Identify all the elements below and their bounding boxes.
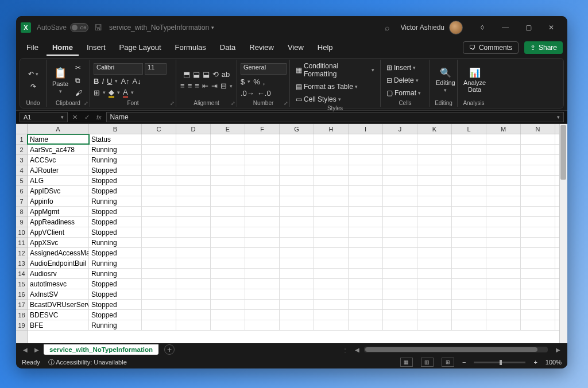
- cell[interactable]: [417, 227, 452, 237]
- cell[interactable]: [245, 227, 280, 237]
- cell[interactable]: [245, 155, 280, 165]
- cell[interactable]: [452, 186, 486, 196]
- comments-button[interactable]: 🗨 Comments: [463, 41, 519, 54]
- cell[interactable]: [176, 196, 211, 206]
- name-box[interactable]: A1 ▾: [20, 112, 68, 122]
- cell[interactable]: [521, 186, 555, 196]
- cell[interactable]: [176, 165, 211, 175]
- cell[interactable]: autotimesvc: [28, 279, 89, 289]
- currency-button[interactable]: $: [241, 77, 245, 86]
- cell[interactable]: [245, 269, 280, 278]
- minimize-icon[interactable]: ―: [494, 19, 517, 36]
- cell[interactable]: [176, 176, 211, 185]
- cell[interactable]: [383, 217, 417, 227]
- cell[interactable]: [486, 155, 521, 165]
- cell[interactable]: [383, 165, 417, 175]
- increase-indent-button[interactable]: ⇥: [211, 82, 218, 90]
- cell[interactable]: [211, 217, 245, 227]
- add-sheet-button[interactable]: +: [164, 344, 175, 355]
- row-header[interactable]: 9: [16, 217, 27, 227]
- cell[interactable]: AJRouter: [28, 165, 89, 175]
- column-header[interactable]: D: [176, 124, 211, 134]
- cell[interactable]: Stopped: [89, 165, 142, 175]
- cell[interactable]: [349, 176, 383, 185]
- cell[interactable]: [142, 176, 176, 185]
- cell[interactable]: Running: [89, 269, 142, 278]
- number-format-combo[interactable]: General: [241, 63, 287, 75]
- merge-button[interactable]: ⊟: [220, 82, 227, 90]
- cell[interactable]: Appinfo: [28, 196, 89, 206]
- row-header[interactable]: 15: [16, 279, 27, 289]
- cell[interactable]: [176, 289, 211, 299]
- cell[interactable]: [142, 258, 176, 268]
- sheet-prev-icon[interactable]: ◀: [21, 347, 30, 353]
- insert-cells-button[interactable]: ⊞ Insert ▾: [384, 63, 418, 73]
- cell[interactable]: [314, 269, 349, 278]
- cell[interactable]: [521, 196, 555, 206]
- cell[interactable]: [521, 248, 555, 258]
- decrease-decimal-button[interactable]: ←.0: [257, 89, 271, 98]
- zoom-slider[interactable]: [474, 362, 525, 363]
- cell[interactable]: [383, 145, 417, 154]
- cell[interactable]: [486, 258, 521, 268]
- cell[interactable]: [383, 207, 417, 216]
- cell[interactable]: [280, 217, 314, 227]
- cell[interactable]: [349, 165, 383, 175]
- cell[interactable]: [452, 289, 486, 299]
- cell[interactable]: [142, 310, 176, 320]
- cell[interactable]: [142, 248, 176, 258]
- row-header[interactable]: 4: [16, 165, 27, 176]
- cell[interactable]: [314, 155, 349, 165]
- cell[interactable]: [417, 217, 452, 227]
- cell[interactable]: [176, 248, 211, 258]
- comma-button[interactable]: ,: [263, 77, 265, 86]
- cell[interactable]: [280, 238, 314, 247]
- cell[interactable]: [349, 258, 383, 268]
- cell[interactable]: [176, 258, 211, 268]
- cell[interactable]: [142, 186, 176, 196]
- cell[interactable]: [280, 165, 314, 175]
- cell[interactable]: [142, 227, 176, 237]
- cell[interactable]: [383, 238, 417, 247]
- format-as-table-button[interactable]: ▤ Format as Table ▾: [293, 82, 360, 92]
- cell[interactable]: [142, 207, 176, 216]
- cell[interactable]: [521, 279, 555, 289]
- align-right-button[interactable]: ≡: [195, 82, 199, 90]
- cell[interactable]: [280, 186, 314, 196]
- cell[interactable]: [349, 196, 383, 206]
- cell[interactable]: [245, 258, 280, 268]
- cell[interactable]: [486, 248, 521, 258]
- cell[interactable]: [245, 176, 280, 185]
- cell[interactable]: [452, 155, 486, 165]
- cell[interactable]: [452, 310, 486, 320]
- redo-button[interactable]: ↷: [28, 82, 38, 92]
- cell[interactable]: Status: [89, 134, 142, 144]
- border-button[interactable]: ⊞: [94, 88, 100, 97]
- cell[interactable]: Running: [89, 155, 142, 165]
- ribbon-display-icon[interactable]: ◊: [471, 19, 494, 36]
- zoom-level[interactable]: 100%: [546, 359, 562, 366]
- cell[interactable]: [211, 269, 245, 278]
- cell[interactable]: AudioEndpointBuil: [28, 258, 89, 268]
- cell[interactable]: [349, 310, 383, 320]
- cell[interactable]: [349, 269, 383, 278]
- cell[interactable]: AppIDSvc: [28, 186, 89, 196]
- cell[interactable]: [486, 269, 521, 278]
- column-header[interactable]: J: [383, 124, 417, 134]
- cell[interactable]: [521, 320, 555, 330]
- cell[interactable]: [417, 145, 452, 154]
- cell[interactable]: [142, 269, 176, 278]
- scrollbar-thumb[interactable]: [365, 347, 537, 352]
- cell[interactable]: [280, 279, 314, 289]
- cell[interactable]: [314, 165, 349, 175]
- font-size-combo[interactable]: 11: [145, 63, 167, 75]
- sheet-tab-active[interactable]: service_with_NoTypeInformation: [44, 344, 158, 355]
- cell[interactable]: [314, 300, 349, 309]
- cell[interactable]: [280, 196, 314, 206]
- cell[interactable]: [383, 155, 417, 165]
- close-icon[interactable]: ✕: [540, 19, 563, 36]
- cell[interactable]: [245, 165, 280, 175]
- cell[interactable]: Running: [89, 320, 142, 330]
- cell[interactable]: Running: [89, 145, 142, 154]
- percent-button[interactable]: %: [253, 77, 260, 86]
